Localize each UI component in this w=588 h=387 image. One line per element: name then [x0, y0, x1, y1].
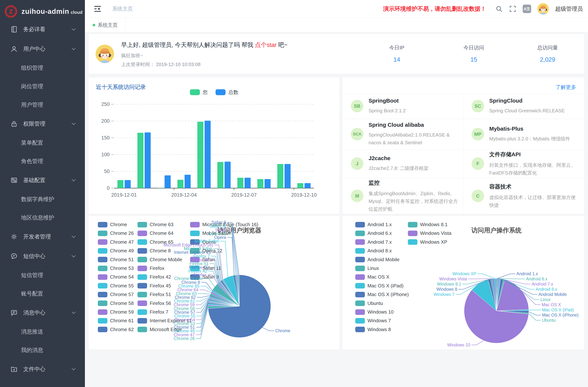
pie-legend-item-Chrome 58[interactable]: Chrome 58: [98, 301, 134, 306]
username[interactable]: 超级管理员: [555, 5, 583, 13]
pie-legend-item-Linux[interactable]: Linux: [355, 265, 379, 271]
pie-legend-item-Mobile Safari[interactable]: Mobile Safari: [190, 230, 230, 236]
sidebar-subitem[interactable]: 岗位管理: [0, 77, 85, 96]
pie-legend-item-Chrome 53[interactable]: Chrome 53: [98, 265, 134, 271]
pie-legend-item-Chrome 51[interactable]: Chrome 51: [98, 257, 134, 263]
pie-legend-item-Firefox 7[interactable]: Firefox 7: [138, 309, 168, 315]
pie-legend-item-Chrome 54[interactable]: Chrome 54: [98, 274, 134, 280]
sidebar-item-5[interactable]: 短信中心: [0, 246, 85, 266]
legend-swatch: [98, 274, 107, 280]
pie-legend-item-Windows 8[interactable]: Windows 8: [355, 327, 391, 332]
pie-legend-item-Android 1.x[interactable]: Android 1.x: [355, 222, 392, 227]
pie-legend-item-Mac OS X (iPad)[interactable]: Mac OS X (iPad): [355, 283, 403, 289]
sidebar-subitem[interactable]: 消息推送: [0, 323, 85, 341]
bar-您-2019-12-06: [217, 162, 224, 188]
pie-legend-item-Firefox 51[interactable]: Firefox 51: [138, 292, 171, 297]
pie-legend-item-Chrome 55[interactable]: Chrome 55: [98, 283, 134, 289]
gear-icon: [10, 233, 18, 240]
sidebar-subitem[interactable]: 菜单配置: [0, 134, 85, 152]
pie-legend-item-Chrome 47[interactable]: Chrome 47: [98, 239, 134, 245]
sidebar-subitem[interactable]: 数据字典维护: [0, 190, 85, 208]
chevron-down-icon: [72, 121, 76, 125]
breadcrumb[interactable]: 系统主页: [112, 5, 133, 12]
sidebar-subitem[interactable]: 短信管理: [0, 266, 85, 285]
bar-总数-2019-12-08: [264, 179, 271, 188]
pie-legend-item-Mac OS X (iPhone)[interactable]: Mac OS X (iPhone): [355, 292, 409, 297]
language-switch-icon[interactable]: A文: [523, 5, 531, 13]
pie-legend-item-Firefox[interactable]: Firefox: [138, 265, 164, 271]
pie-legend-item-Chrome 61[interactable]: Chrome 61: [98, 318, 134, 324]
greeting-text: 早上好, 超级管理员, 今天帮别人解决问题了吗 帮我 点个star 吧~: [121, 41, 288, 49]
pie-legend-item-Chrome 62[interactable]: Chrome 62: [98, 327, 134, 332]
legend-label: Chrome Mobile: [150, 257, 182, 263]
pie-legend-item-Chrome 63[interactable]: Chrome 63: [138, 222, 173, 227]
sidebar-subitem[interactable]: 用户管理: [0, 96, 85, 114]
pie-legend-item-Windows Vista[interactable]: Windows Vista: [408, 230, 451, 236]
pie-legend-item-Windows 8.1[interactable]: Windows 8.1: [408, 222, 448, 227]
pie-legend-item-Chrome[interactable]: Chrome: [98, 222, 127, 227]
pie-legend-item-Opera[interactable]: Opera: [190, 239, 216, 245]
pie-legend-item-Android 8.x[interactable]: Android 8.x: [355, 248, 392, 254]
search-icon[interactable]: [495, 5, 503, 13]
star-link[interactable]: 点个star: [255, 41, 276, 48]
pie-legend-item-Safari[interactable]: Safari: [190, 257, 215, 263]
user-avatar-large: [96, 45, 114, 63]
framework-title: 容器技术: [489, 183, 579, 191]
sidebar-item-4[interactable]: 开发者管理: [0, 227, 85, 246]
legend-label: Windows Vista: [420, 230, 451, 236]
pie-legend-item-Chrome 57[interactable]: Chrome 57: [98, 292, 134, 297]
pie-legend-item-Ubuntu[interactable]: Ubuntu: [355, 301, 383, 306]
pie-legend-item-Internet Explorer 11[interactable]: Internet Explorer 11: [138, 318, 191, 324]
pie-legend-item-Chrome 59[interactable]: Chrome 59: [98, 309, 134, 315]
pie-legend-item-Android 7.x[interactable]: Android 7.x: [355, 239, 392, 245]
avatar[interactable]: [537, 3, 549, 15]
pie-legend-item-Firefox 45[interactable]: Firefox 45: [138, 283, 171, 289]
framework-title: SpringBoot: [369, 98, 406, 104]
framework-abbr-badge: SC: [472, 100, 484, 112]
sidebar-item-2[interactable]: 权限管理: [0, 114, 85, 134]
pie-legend-item-Windows XP[interactable]: Windows XP: [408, 239, 447, 245]
sidebar-item-6[interactable]: 消息中心: [0, 303, 85, 323]
pie-legend-item-Safari 11[interactable]: Safari 11: [190, 265, 221, 271]
learn-more-link[interactable]: 了解更多: [556, 84, 576, 91]
stat-today-visits: 今日访问 15: [441, 34, 507, 63]
sidebar-subitem[interactable]: 组织管理: [0, 59, 85, 77]
pie-legend-item-Chrome 8[interactable]: Chrome 8: [138, 248, 171, 254]
pie-legend-item-Chrome 64[interactable]: Chrome 64: [138, 230, 173, 236]
pie-legend-item-Android 6.x[interactable]: Android 6.x: [355, 230, 392, 236]
y-axis-tick: 100: [101, 152, 110, 157]
pie-legend-item-Windows 10[interactable]: Windows 10: [355, 309, 394, 315]
sidebar-item-7[interactable]: 文件中心: [0, 359, 85, 379]
pie-legend-item-Firefox 42[interactable]: Firefox 42: [138, 274, 171, 280]
legend-label: Microsoft Edge (Touch 16): [202, 222, 258, 227]
pie-legend-item-Chrome 26[interactable]: Chrome 26: [98, 230, 134, 236]
pie-legend-item-Android Mobile[interactable]: Android Mobile: [355, 257, 399, 263]
sidebar-item-1[interactable]: 用户中心: [0, 39, 85, 59]
pie-legend-item-Microsoft Edge[interactable]: Microsoft Edge: [138, 327, 182, 332]
framework-abbr-badge: MP: [472, 128, 484, 140]
sidebar-subitem[interactable]: 角色管理: [0, 152, 85, 170]
pie-legend-item-Opera 12[interactable]: Opera 12: [190, 248, 222, 254]
sidebar-subitem[interactable]: 我的消息: [0, 341, 85, 359]
sidebar-item-label: 务必详看: [23, 26, 45, 33]
pie-legend-item-Chrome 65[interactable]: Chrome 65: [138, 239, 173, 245]
sidebar-subitem[interactable]: 地区信息维护: [0, 208, 85, 227]
pie-legend-item-Chrome 49[interactable]: Chrome 49: [98, 248, 134, 254]
sidebar-subitem[interactable]: 账号配置: [0, 285, 85, 303]
legend-swatch: [190, 257, 200, 262]
tab-system-home[interactable]: 系统主页: [85, 18, 126, 32]
collapse-menu-icon[interactable]: [93, 5, 102, 13]
legend-swatch: [138, 257, 147, 262]
fullscreen-icon[interactable]: [509, 5, 516, 13]
legend-label: Chrome 26: [110, 230, 134, 236]
sidebar-item-0[interactable]: 务必详看: [0, 20, 85, 39]
pie-legend-item-Windows 7[interactable]: Windows 7: [355, 318, 391, 324]
pie-legend-item-Safari 9[interactable]: Safari 9: [190, 274, 219, 280]
pie-legend-item-Mac OS X[interactable]: Mac OS X: [355, 274, 389, 280]
pie-legend-item-Firefox 56[interactable]: Firefox 56: [138, 301, 171, 306]
framework-desc: Spring Cloud Greenwich.RELEASE: [489, 107, 565, 115]
pie-legend-item-Chrome Mobile[interactable]: Chrome Mobile: [138, 257, 182, 263]
pie-legend-item-Microsoft Edge (Touch 16)[interactable]: Microsoft Edge (Touch 16): [190, 222, 258, 227]
sidebar-item-3[interactable]: 基础配置: [0, 170, 85, 190]
last-login: 上次登录时间： 2019-12-10 10:03:08: [121, 61, 201, 68]
